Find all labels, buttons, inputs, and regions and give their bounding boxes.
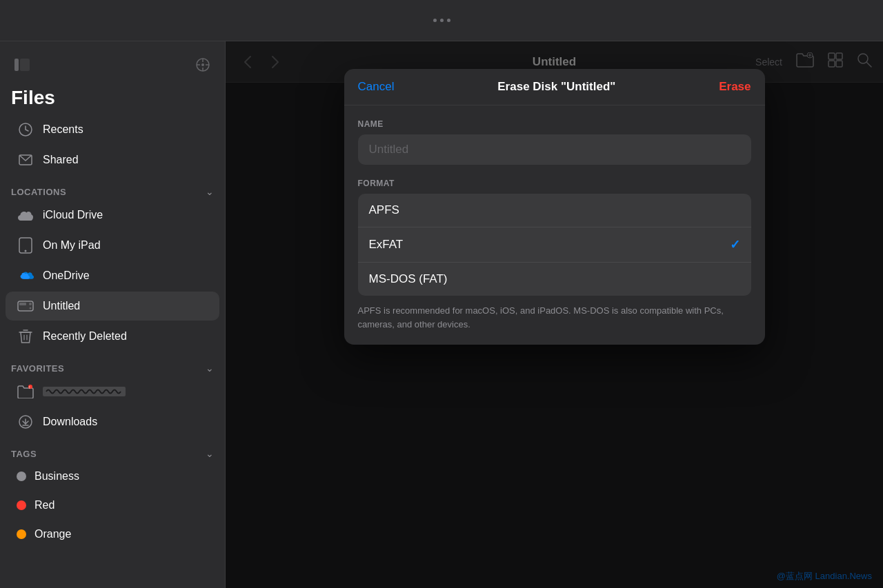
exfat-label: ExFAT bbox=[369, 238, 404, 252]
top-dots bbox=[433, 19, 450, 22]
locations-chevron-icon[interactable]: ⌄ bbox=[206, 186, 214, 197]
sidebar-item-on-my-ipad[interactable]: On My iPad bbox=[6, 231, 219, 260]
sidebar-toggle-button[interactable] bbox=[11, 54, 33, 76]
on-my-ipad-label: On My iPad bbox=[43, 239, 101, 252]
svg-point-11 bbox=[25, 250, 27, 252]
tags-section-header: Tags ⌄ bbox=[0, 437, 225, 462]
locations-section-header: Locations ⌄ bbox=[0, 175, 225, 200]
locations-label: Locations bbox=[11, 187, 66, 197]
untitled-disk-icon bbox=[17, 297, 34, 315]
untitled-label: Untitled bbox=[43, 300, 80, 312]
business-tag-dot bbox=[17, 472, 26, 481]
downloads-icon bbox=[17, 413, 34, 431]
top-bar bbox=[0, 0, 883, 41]
sidebar-item-shared[interactable]: Shared bbox=[6, 145, 219, 174]
sidebar-item-orange[interactable]: Orange bbox=[6, 520, 219, 548]
format-item-msdos[interactable]: MS-DOS (FAT) bbox=[358, 263, 751, 296]
onedrive-label: OneDrive bbox=[43, 270, 90, 282]
msdos-label: MS-DOS (FAT) bbox=[369, 272, 448, 286]
sidebar-title: Files bbox=[0, 81, 225, 114]
recents-label: Recents bbox=[43, 123, 83, 136]
on-my-ipad-icon bbox=[17, 236, 34, 254]
tags-label: Tags bbox=[11, 449, 37, 459]
sidebar-item-recents[interactable]: Recents bbox=[6, 115, 219, 144]
svg-rect-1 bbox=[20, 59, 30, 71]
favorites-section-header: Favorites ⌄ bbox=[0, 352, 225, 376]
svg-rect-0 bbox=[14, 59, 19, 71]
cancel-button[interactable]: Cancel bbox=[358, 80, 395, 94]
apfs-label: APFS bbox=[369, 203, 399, 217]
sidebar-item-red[interactable]: Red bbox=[6, 491, 219, 519]
recents-icon bbox=[17, 121, 34, 139]
orange-tag-dot bbox=[17, 529, 26, 539]
sidebar-item-redacted[interactable]: ! bbox=[6, 377, 219, 406]
svg-rect-13 bbox=[19, 303, 26, 305]
shared-icon bbox=[17, 151, 34, 169]
erase-disk-dialog: Cancel Erase Disk "Untitled" Erase NAME … bbox=[344, 69, 765, 345]
content-area: Untitled Select bbox=[226, 41, 883, 588]
orange-label: Orange bbox=[34, 528, 71, 540]
name-field-label: NAME bbox=[358, 119, 751, 129]
top-dot-3 bbox=[447, 19, 450, 22]
format-field-label: FORMAT bbox=[358, 179, 751, 188]
redacted-folder-icon: ! bbox=[17, 383, 34, 401]
tags-chevron-icon[interactable]: ⌄ bbox=[206, 448, 214, 459]
redacted-name bbox=[43, 387, 126, 396]
sidebar: Files Recents Shared Locations ⌄ bbox=[0, 41, 226, 588]
format-hint-text: APFS is recommended for macOS, iOS, and … bbox=[358, 304, 751, 331]
recently-deleted-label: Recently Deleted bbox=[43, 330, 127, 343]
recently-deleted-icon bbox=[17, 327, 34, 345]
dialog-overlay: Cancel Erase Disk "Untitled" Erase NAME … bbox=[226, 41, 883, 588]
sidebar-top-controls bbox=[0, 48, 225, 81]
sidebar-item-icloud-drive[interactable]: iCloud Drive bbox=[6, 201, 219, 230]
format-list: APFS ExFAT ✓ MS-DOS (FAT) bbox=[358, 194, 751, 296]
sidebar-item-onedrive[interactable]: OneDrive bbox=[6, 261, 219, 290]
svg-point-15 bbox=[30, 307, 32, 310]
sidebar-item-business[interactable]: Business bbox=[6, 463, 219, 490]
sidebar-item-recently-deleted[interactable]: Recently Deleted bbox=[6, 322, 219, 351]
favorites-label: Favorites bbox=[11, 363, 64, 374]
format-item-apfs[interactable]: APFS bbox=[358, 194, 751, 227]
business-label: Business bbox=[34, 470, 79, 483]
dialog-header: Cancel Erase Disk "Untitled" Erase bbox=[344, 69, 765, 105]
svg-point-14 bbox=[29, 303, 32, 305]
icloud-drive-icon bbox=[17, 206, 34, 224]
icloud-drive-label: iCloud Drive bbox=[43, 209, 103, 221]
disk-name-input[interactable] bbox=[358, 134, 751, 165]
red-label: Red bbox=[34, 499, 54, 511]
shared-label: Shared bbox=[43, 154, 79, 166]
erase-button[interactable]: Erase bbox=[719, 80, 751, 94]
more-options-button[interactable] bbox=[192, 54, 214, 76]
svg-point-3 bbox=[201, 63, 204, 66]
sidebar-item-downloads[interactable]: Downloads bbox=[6, 407, 219, 436]
dialog-title: Erase Disk "Untitled" bbox=[497, 80, 615, 94]
top-dot-1 bbox=[433, 19, 437, 22]
onedrive-icon bbox=[17, 267, 34, 285]
favorites-chevron-icon[interactable]: ⌄ bbox=[206, 363, 214, 374]
downloads-label: Downloads bbox=[43, 416, 97, 428]
sidebar-item-untitled[interactable]: Untitled bbox=[6, 292, 219, 321]
format-item-exfat[interactable]: ExFAT ✓ bbox=[358, 227, 751, 263]
red-tag-dot bbox=[17, 500, 26, 510]
exfat-checkmark-icon: ✓ bbox=[730, 237, 740, 252]
dialog-body: NAME FORMAT APFS ExFAT ✓ MS-DOS (FAT) bbox=[344, 105, 765, 345]
top-dot-2 bbox=[440, 19, 444, 22]
